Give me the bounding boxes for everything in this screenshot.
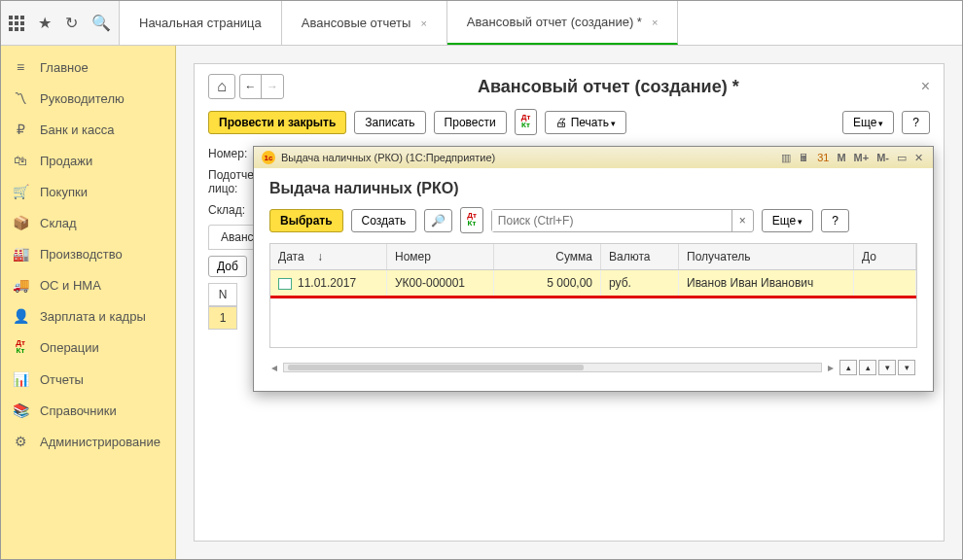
col-date[interactable]: Дата ↓ [270, 244, 387, 269]
top-toolbar: ★ ↻ 🔍 Начальная страница Авансовые отчет… [1, 1, 962, 46]
close-page-button[interactable]: × [921, 78, 930, 95]
add-button[interactable]: Доб [208, 256, 247, 277]
sidebar-item-label: Справочники [40, 403, 117, 418]
gear-icon: ⚙ [13, 434, 28, 449]
create-button[interactable]: Создать [351, 209, 417, 232]
col-recipient[interactable]: Получатель [679, 244, 854, 269]
row-number[interactable]: 1 [208, 306, 237, 330]
dtkt-button[interactable]: ДтКт [515, 109, 538, 135]
modal-help-button[interactable]: ? [821, 209, 849, 232]
save-button[interactable]: Записать [354, 111, 425, 134]
scroll-up-button[interactable]: ▴ [859, 360, 876, 375]
col-extra[interactable]: До [854, 244, 916, 269]
col-currency[interactable]: Валюта [601, 244, 679, 269]
col-sum[interactable]: Сумма [494, 244, 601, 269]
sidebar-item-sales[interactable]: 🛍Продажи [1, 145, 175, 176]
home-button[interactable] [208, 74, 235, 99]
memory-mminus-button[interactable]: M- [874, 152, 891, 163]
tabs: Начальная страница Авансовые отчеты× Ава… [120, 1, 962, 45]
modal-actions: Выбрать Создать 🔎 ДтКт × Еще▾ ? [269, 207, 917, 233]
forward-button[interactable]: → [262, 75, 283, 98]
minimize-icon[interactable]: ▭ [895, 152, 909, 164]
table-row[interactable]: 11.01.2017 УК00-000001 5 000,00 руб. Ива… [270, 270, 916, 296]
sidebar-item-catalogs[interactable]: 📚Справочники [1, 395, 175, 426]
bag-icon: 🛍 [13, 153, 28, 168]
print-button[interactable]: 🖨 Печать▾ [545, 111, 626, 134]
box-icon: 📦 [13, 215, 28, 230]
ruble-icon: ₽ [13, 122, 28, 137]
back-button[interactable]: ← [240, 75, 262, 98]
modal-more-button[interactable]: Еще▾ [762, 209, 813, 232]
cell-date: 11.01.2017 [270, 270, 387, 296]
clear-search-button[interactable]: × [731, 210, 753, 231]
action-row: Провести и закрыть Записать Провести ДтК… [208, 109, 930, 135]
search-icon[interactable]: 🔍 [91, 14, 111, 32]
memory-m-button[interactable]: M [835, 152, 847, 163]
scrollbar-thumb[interactable] [288, 365, 584, 370]
scrollbar-track[interactable] [283, 363, 822, 372]
dtkt-icon: ДтКт [13, 339, 28, 356]
sidebar-item-salary[interactable]: 👤Зарплата и кадры [1, 300, 175, 332]
sidebar-item-operations[interactable]: ДтКтОперации [1, 332, 175, 364]
post-and-close-button[interactable]: Провести и закрыть [208, 111, 346, 134]
search-input[interactable] [492, 210, 731, 231]
modal-window-title: Выдача наличных (РКО) (1С:Предприятие) [281, 152, 495, 163]
content-header: ← → Авансовый отчет (создание) * × [208, 74, 930, 99]
scroll-down-button[interactable]: ▾ [878, 360, 896, 375]
modal-close-icon[interactable]: ✕ [912, 152, 925, 164]
pin-icon[interactable]: ▥ [779, 152, 793, 164]
history-icon[interactable]: ↻ [65, 14, 78, 32]
star-icon[interactable]: ★ [38, 14, 52, 32]
cell-extra [854, 270, 916, 296]
memory-mplus-button[interactable]: M+ [852, 152, 872, 163]
calc-icon[interactable]: 🖩 [797, 152, 811, 163]
scroll-right-icon[interactable]: ▸ [828, 361, 834, 374]
app-1c-icon: 1c [262, 151, 275, 164]
chart-up-icon: 〽 [13, 90, 28, 106]
sidebar-item-purchases[interactable]: 🛒Покупки [1, 176, 175, 207]
close-icon[interactable]: × [652, 17, 658, 28]
close-icon[interactable]: × [420, 18, 426, 29]
more-button[interactable]: Еще▾ [842, 111, 894, 134]
find-by-number-button[interactable]: 🔎 [424, 209, 452, 232]
factory-icon: 🏭 [13, 246, 28, 262]
sidebar-item-production[interactable]: 🏭Производство [1, 238, 175, 269]
tool-icons: ★ ↻ 🔍 [1, 1, 120, 45]
sidebar-item-main[interactable]: ≡Главное [1, 52, 175, 83]
dtkt-modal-button[interactable]: ДтКт [460, 207, 483, 233]
sidebar-item-warehouse[interactable]: 📦Склад [1, 207, 175, 238]
scroll-left-icon[interactable]: ◂ [271, 361, 277, 374]
modal-table: Дата ↓ Номер Сумма Валюта Получатель До … [269, 243, 917, 348]
apps-icon[interactable] [9, 16, 24, 31]
tab-home[interactable]: Начальная страница [120, 1, 282, 45]
sidebar-item-label: Руководителю [40, 91, 125, 106]
tab-expense-reports[interactable]: Авансовые отчеты× [282, 1, 447, 45]
post-button[interactable]: Провести [434, 111, 507, 134]
cell-date-value: 11.01.2017 [298, 276, 356, 290]
select-button[interactable]: Выбрать [269, 209, 343, 232]
sidebar-item-manager[interactable]: 〽Руководителю [1, 83, 175, 114]
sidebar-item-admin[interactable]: ⚙Администрирование [1, 426, 175, 457]
truck-icon: 🚚 [13, 277, 28, 293]
modal-table-header: Дата ↓ Номер Сумма Валюта Получатель До [270, 244, 916, 270]
sidebar-item-label: Главное [40, 60, 89, 75]
sidebar-item-assets[interactable]: 🚚ОС и НМА [1, 269, 175, 300]
sidebar-item-reports[interactable]: 📊Отчеты [1, 364, 175, 395]
sidebar-item-label: Отчеты [40, 372, 84, 387]
modal-heading: Выдача наличных (РКО) [269, 180, 917, 197]
calendar-icon[interactable]: 31 [815, 152, 831, 163]
col-number[interactable]: Номер [387, 244, 494, 269]
scroll-top-button[interactable]: ▴ [839, 360, 857, 375]
sidebar-item-label: Зарплата и кадры [40, 309, 146, 324]
search-box: × [491, 209, 754, 232]
cell-currency: руб. [601, 270, 679, 296]
modal-scroll: ◂ ▸ ▴ ▴ ▾ ▾ [269, 356, 917, 379]
sidebar-item-bank[interactable]: ₽Банк и касса [1, 114, 175, 145]
help-button[interactable]: ? [902, 111, 930, 134]
tab-home-label: Начальная страница [139, 16, 262, 30]
cash-disbursement-modal: 1c Выдача наличных (РКО) (1С:Предприятие… [253, 146, 934, 392]
scroll-bottom-button[interactable]: ▾ [898, 360, 915, 375]
tab-expense-report-new[interactable]: Авансовый отчет (создание) *× [447, 1, 679, 45]
print-button-label: Печать [571, 116, 609, 129]
modal-titlebar[interactable]: 1c Выдача наличных (РКО) (1С:Предприятие… [254, 147, 933, 168]
